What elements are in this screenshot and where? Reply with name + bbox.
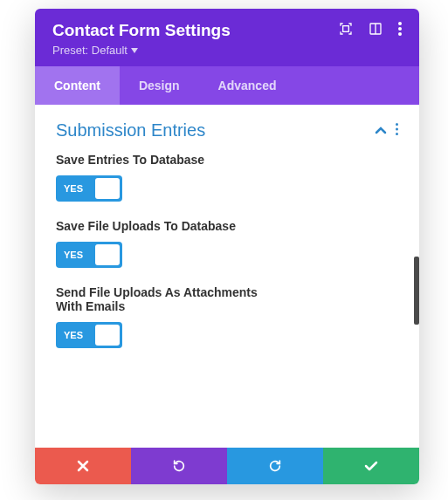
scrollbar-thumb[interactable] [414,257,419,325]
undo-icon [172,459,186,473]
modal-content: Submission Entries Save Entries To Datab… [35,105,419,448]
header-top-row: Contact Form Settings [52,21,402,40]
setting-label: Save File Uploads To Database [56,219,265,233]
svg-point-7 [396,127,398,130]
preset-label: Preset: Default [52,44,128,57]
setting-label: Save Entries To Database [56,153,265,167]
toggle-on-label: YES [56,250,83,260]
svg-point-3 [398,22,402,25]
setting-send-attachments: Send File Uploads As Attachments With Em… [56,285,398,348]
svg-point-6 [396,123,398,126]
save-button[interactable] [323,448,419,484]
layout-icon[interactable] [369,22,383,39]
more-icon[interactable] [398,22,402,39]
toggle-save-uploads[interactable]: YES [56,242,122,268]
header-icon-group [339,22,402,39]
toggle-send-attachments[interactable]: YES [56,322,122,348]
redo-button[interactable] [227,448,323,484]
cancel-button[interactable] [35,448,131,484]
toggle-on-label: YES [56,183,83,194]
redo-icon [268,459,282,473]
tab-bar: Content Design Advanced [35,66,419,105]
setting-save-entries: Save Entries To Database YES [56,153,398,202]
tab-content[interactable]: Content [35,66,120,105]
section-title: Submission Entries [56,120,205,140]
section-actions [375,123,398,139]
toggle-save-entries[interactable]: YES [56,175,122,202]
setting-label: Send File Uploads As Attachments With Em… [56,285,265,313]
undo-button[interactable] [131,448,227,484]
tab-design[interactable]: Design [120,66,199,105]
section-header: Submission Entries [56,120,398,140]
expand-icon[interactable] [339,22,353,39]
section-more-icon[interactable] [396,123,398,139]
setting-save-uploads: Save File Uploads To Database YES [56,219,398,268]
toggle-knob [95,244,120,265]
svg-point-8 [396,133,398,135]
toggle-on-label: YES [56,330,83,340]
toggle-knob [95,325,120,346]
collapse-icon[interactable] [375,123,387,139]
tab-advanced[interactable]: Advanced [199,66,296,105]
preset-selector[interactable]: Preset: Default [52,44,138,57]
settings-modal: Contact Form Settings Preset: Default Co… [35,9,419,484]
svg-point-4 [398,27,402,31]
modal-title: Contact Form Settings [52,21,231,40]
check-icon [364,461,378,471]
svg-point-5 [398,32,402,36]
modal-footer [35,448,419,484]
svg-rect-0 [343,26,349,32]
caret-down-icon [131,48,138,53]
modal-header: Contact Form Settings Preset: Default [35,9,419,66]
close-icon [77,460,89,472]
toggle-knob [95,178,120,199]
